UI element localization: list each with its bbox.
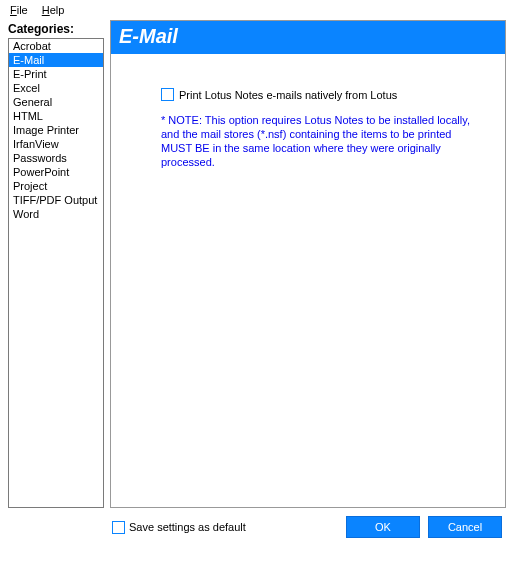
- category-item[interactable]: HTML: [9, 109, 103, 123]
- print-lotus-checkbox[interactable]: [161, 88, 174, 101]
- panel-title: E-Mail: [110, 20, 506, 54]
- category-item[interactable]: Excel: [9, 81, 103, 95]
- category-item[interactable]: Word: [9, 207, 103, 221]
- settings-panel: Print Lotus Notes e-mails natively from …: [110, 54, 506, 508]
- category-item[interactable]: E-Print: [9, 67, 103, 81]
- category-item[interactable]: General: [9, 95, 103, 109]
- menubar: File Help: [0, 0, 514, 20]
- category-item[interactable]: PowerPoint: [9, 165, 103, 179]
- save-default-label: Save settings as default: [129, 521, 246, 533]
- categories-label: Categories:: [8, 22, 104, 36]
- category-item[interactable]: Image Printer: [9, 123, 103, 137]
- print-lotus-label: Print Lotus Notes e-mails natively from …: [179, 89, 397, 101]
- categories-listbox[interactable]: AcrobatE-MailE-PrintExcelGeneralHTMLImag…: [8, 38, 104, 508]
- cancel-button[interactable]: Cancel: [428, 516, 502, 538]
- category-item[interactable]: E-Mail: [9, 53, 103, 67]
- category-item[interactable]: Passwords: [9, 151, 103, 165]
- menu-help[interactable]: Help: [42, 4, 65, 16]
- note-text: * NOTE: This option requires Lotus Notes…: [161, 113, 491, 169]
- save-default-checkbox[interactable]: [112, 521, 125, 534]
- category-item[interactable]: Project: [9, 179, 103, 193]
- category-item[interactable]: TIFF/PDF Output: [9, 193, 103, 207]
- category-item[interactable]: Acrobat: [9, 39, 103, 53]
- category-item[interactable]: IrfanView: [9, 137, 103, 151]
- ok-button[interactable]: OK: [346, 516, 420, 538]
- menu-file[interactable]: File: [10, 4, 28, 16]
